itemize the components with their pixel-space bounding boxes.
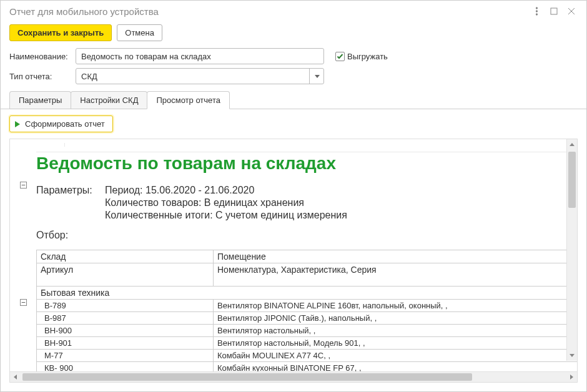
cell-sku: В-987 xyxy=(37,312,214,325)
name-input[interactable] xyxy=(76,48,324,64)
scroll-thumb[interactable] xyxy=(568,152,576,208)
cell-nom: Вентилятор JIPONIC (Тайв.), напольный, , xyxy=(213,312,577,325)
window-title: Отчет для мобильного устройства xyxy=(9,6,528,17)
report-title: Ведомость по товарам на складах xyxy=(36,152,577,174)
toolbar: Сохранить и закрыть Отмена xyxy=(1,22,586,46)
cell-nom: Комбайн кухонный BINATONE FP 67, , xyxy=(213,362,577,372)
table-row: В-987Вентилятор JIPONIC (Тайв.), напольн… xyxy=(37,312,578,325)
svg-point-2 xyxy=(536,14,538,16)
close-icon[interactable] xyxy=(563,2,580,20)
table-header-row: Склад Помещение Коли xyxy=(37,250,578,263)
cell-sku: В-789 xyxy=(37,300,214,312)
collapse-toggle[interactable]: − xyxy=(20,182,27,189)
svg-marker-9 xyxy=(14,375,17,380)
more-icon[interactable] xyxy=(528,2,545,20)
cancel-button[interactable]: Отмена xyxy=(117,24,162,41)
group-cell: Бытовая техника xyxy=(37,287,578,300)
header-nom: Помещение xyxy=(213,250,577,263)
cell-sku: М-77 xyxy=(37,350,214,362)
maximize-icon[interactable] xyxy=(545,2,563,20)
params-label: Параметры: xyxy=(36,185,105,196)
svg-marker-6 xyxy=(315,75,320,78)
param-line: Количество товаров: В единицах хранения xyxy=(105,197,304,208)
header-nom2: Номенклатура, Характеристика, Серия xyxy=(213,263,577,287)
scroll-thumb[interactable] xyxy=(22,373,472,381)
scroll-left-icon[interactable] xyxy=(10,372,21,382)
vertical-scrollbar[interactable] xyxy=(566,139,577,361)
table-row: ВН-900Вентилятор настольный, ,шт xyxy=(37,325,578,337)
type-select[interactable] xyxy=(76,68,324,84)
table-row: КВ- 900Комбайн кухонный BINATONE FP 67, … xyxy=(37,362,578,372)
header-sku2: Артикул xyxy=(37,263,214,287)
table-row: В-789Вентилятор BINATONE ALPINE 160вт, н… xyxy=(37,300,578,312)
table-row: М-77Комбайн MOULINEX A77 4C, ,шт xyxy=(37,350,578,362)
generate-report-button[interactable]: Сформировать отчет xyxy=(9,115,113,132)
svg-rect-3 xyxy=(551,8,557,14)
scroll-up-icon[interactable] xyxy=(567,139,577,150)
titlebar: Отчет для мобильного устройства xyxy=(1,1,586,22)
header-sku: Склад xyxy=(37,250,214,263)
cell-nom: Комбайн MOULINEX A77 4C, , xyxy=(213,350,577,362)
report-area: − Ведомость по товарам на складах Параме… xyxy=(9,139,578,383)
tab-params[interactable]: Параметры xyxy=(9,91,71,109)
table-row: ВН-901Вентилятор настольный, Модель 901,… xyxy=(37,337,578,350)
svg-marker-8 xyxy=(570,354,575,357)
svg-point-1 xyxy=(536,11,538,12)
cell-nom: Вентилятор настольный, Модель 901, , xyxy=(213,337,577,350)
param-line: Количественные итоги: С учетом единиц из… xyxy=(105,210,347,221)
collapse-toggle[interactable]: − xyxy=(20,299,27,306)
tab-preview[interactable]: Просмотр отчета xyxy=(147,91,230,109)
cell-nom: Вентилятор настольный, , xyxy=(213,325,577,337)
report-params: Параметры: Период: 15.06.2020 - 21.06.20… xyxy=(36,185,577,221)
name-label: Наименование: xyxy=(9,52,76,61)
param-line: Период: 15.06.2020 - 21.06.2020 xyxy=(105,185,254,196)
check-icon xyxy=(335,52,345,61)
tabs: Параметры Настройки СКД Просмотр отчета xyxy=(1,86,586,109)
cell-sku: КВ- 900 xyxy=(37,362,214,372)
cell-sku: ВН-900 xyxy=(37,325,214,337)
type-label: Тип отчета: xyxy=(9,72,76,81)
generate-label: Сформировать отчет xyxy=(25,119,105,129)
tab-settings[interactable]: Настройки СКД xyxy=(71,91,147,109)
save-close-button[interactable]: Сохранить и закрыть xyxy=(9,24,112,41)
report-table: Склад Помещение Коли Артикул Номенклатур… xyxy=(36,250,577,371)
cell-sku: ВН-901 xyxy=(37,337,214,350)
scroll-right-icon[interactable] xyxy=(566,372,577,382)
table-group-row: Бытовая техника xyxy=(37,287,578,300)
tab-content-preview: Сформировать отчет − Ведомость по товара… xyxy=(1,109,586,391)
svg-point-0 xyxy=(536,7,538,9)
export-checkbox[interactable]: Выгружать xyxy=(335,52,388,61)
table-header-row: Артикул Номенклатура, Характеристика, Се… xyxy=(37,263,578,287)
cell-nom: Вентилятор BINATONE ALPINE 160вт, наполь… xyxy=(213,300,577,312)
svg-marker-7 xyxy=(570,143,575,146)
chevron-down-icon[interactable] xyxy=(309,68,324,84)
horizontal-scrollbar[interactable] xyxy=(10,371,577,382)
play-icon xyxy=(15,121,20,127)
export-label: Выгружать xyxy=(347,52,388,61)
scroll-down-icon[interactable] xyxy=(567,350,577,361)
svg-marker-10 xyxy=(570,375,573,380)
filter-label: Отбор: xyxy=(36,230,68,240)
